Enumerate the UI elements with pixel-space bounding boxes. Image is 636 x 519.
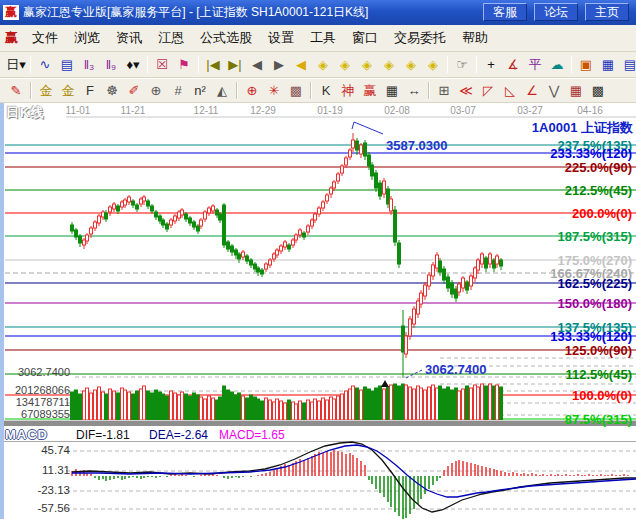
candle-body: [166, 224, 169, 229]
volume-bar: [485, 386, 488, 420]
volume-bar: [341, 394, 344, 420]
candle-body: [185, 214, 188, 219]
volume-bar: [128, 392, 131, 420]
candle-body: [204, 212, 207, 219]
volume-bar: [398, 386, 401, 420]
candle-body: [371, 165, 374, 176]
volume-bar: [219, 397, 222, 420]
left-axis-label: 134178711: [16, 396, 70, 408]
volume-bar: [238, 393, 241, 420]
candle-body: [379, 183, 382, 196]
candle-body: [257, 268, 260, 272]
volume-bar: [333, 399, 336, 420]
volume-bar: [75, 390, 78, 420]
volume-bar: [151, 393, 154, 420]
volume-bar: [390, 385, 393, 420]
volume-bar: [383, 389, 386, 420]
volume-bar: [246, 398, 249, 420]
volume-bar: [326, 400, 329, 420]
date-label: 01-19: [317, 105, 343, 116]
volume-bar: [113, 391, 116, 420]
volume-bar: [307, 400, 310, 420]
candle-body: [269, 260, 272, 265]
candle-body: [94, 222, 97, 228]
price-annotation-low: 3062.7400: [425, 362, 486, 377]
candle-body: [189, 218, 192, 223]
macd-axis-label: -23.13: [37, 484, 70, 496]
candle-body: [307, 226, 310, 232]
candle-body: [231, 246, 234, 252]
candle-body: [413, 309, 416, 324]
candle-body: [155, 212, 158, 217]
candle-body: [368, 155, 371, 166]
volume-bar: [375, 388, 378, 420]
candle-body: [174, 216, 177, 221]
candle-body: [147, 201, 150, 206]
candle-body: [451, 283, 454, 294]
grid-layer: [66, 117, 636, 509]
volume-bar: [227, 390, 230, 420]
candle-body: [132, 201, 135, 205]
volume-bar: [261, 401, 264, 420]
volume-bar: [303, 403, 306, 420]
volume-bar: [257, 399, 260, 420]
volume-bar: [409, 387, 412, 420]
volume-bar: [94, 390, 97, 420]
volume-bar: [299, 401, 302, 420]
candle-body: [208, 208, 211, 213]
volume-bar: [276, 399, 279, 420]
volume-bar: [204, 399, 207, 420]
candle-body: [261, 270, 264, 274]
volume-bar: [280, 401, 283, 420]
candle-body: [113, 204, 116, 209]
candle-body: [105, 213, 108, 219]
buy-marker-triangle: [381, 380, 389, 387]
candles-layer: [71, 133, 503, 378]
candle-body: [98, 216, 101, 223]
candle-body: [124, 200, 127, 205]
volume-bar: [250, 395, 253, 420]
left-axis-label: 201268066: [15, 384, 70, 396]
volume-bar: [143, 386, 146, 420]
candle-body: [349, 150, 352, 157]
volume-bar: [462, 389, 465, 420]
gann-level-label: 87.5%(315): [565, 412, 632, 427]
candle-body: [238, 254, 241, 259]
candle-body: [242, 252, 245, 257]
candle-body: [314, 214, 317, 220]
candle-body: [341, 166, 344, 173]
volume-bar: [314, 399, 317, 420]
macd-axis-label: 45.74: [41, 444, 70, 456]
volume-bar: [500, 387, 503, 420]
candle-body: [246, 256, 249, 261]
candle-body: [432, 265, 435, 276]
candle-body: [79, 236, 82, 243]
volume-bar: [86, 388, 89, 420]
candle-body: [470, 276, 473, 286]
candle-body: [276, 250, 279, 255]
volume-bar: [231, 392, 234, 420]
candle-body: [284, 242, 287, 247]
gann-level-label: 112.5%(45): [566, 367, 633, 382]
candle-body: [462, 278, 465, 288]
volume-bar: [439, 386, 442, 420]
candle-body: [151, 206, 154, 211]
volume-bar: [105, 394, 108, 420]
gann-level-label: 225.0%(90): [565, 160, 632, 175]
candle-body: [330, 188, 333, 194]
candle-body: [489, 254, 492, 264]
gann-level-label: 125.0%(90): [565, 343, 632, 358]
candle-body: [295, 235, 298, 240]
candle-body: [356, 141, 359, 150]
candle-body: [466, 282, 469, 290]
volume-bar: [147, 391, 150, 420]
candle-body: [364, 143, 367, 156]
volume-bar: [489, 384, 492, 420]
volume-bar: [136, 391, 139, 420]
date-label: 03-27: [517, 105, 543, 116]
volume-bar: [413, 389, 416, 420]
gann-level-label: 133.33%(120): [550, 329, 632, 344]
left-axis-label: 3062.7400: [18, 366, 70, 378]
candle-body: [352, 140, 355, 148]
volume-bar: [405, 385, 408, 420]
